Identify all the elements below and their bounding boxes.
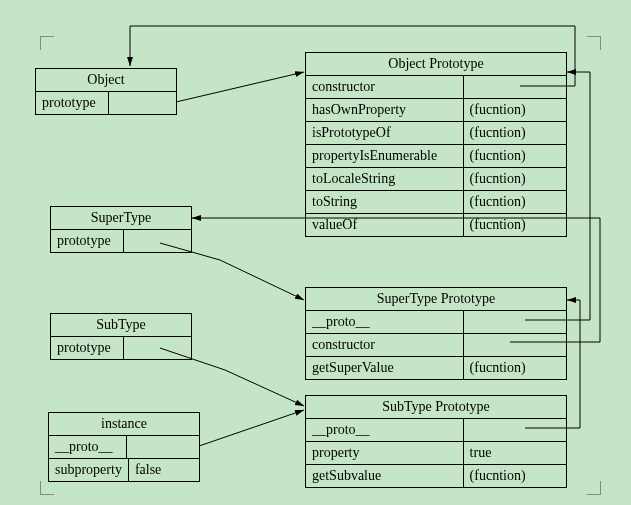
crop-mark	[40, 481, 54, 495]
subtype-title: SubType	[51, 314, 191, 337]
supertype-prototype-value	[124, 230, 191, 252]
instance-row-label: __proto__	[49, 436, 127, 458]
op-row-value: (fucntion)	[464, 168, 566, 190]
stp-row-label: property	[306, 442, 464, 464]
instance-row-value: false	[129, 459, 201, 481]
op-row-value: (fucntion)	[464, 122, 566, 144]
sp-row-label: getSuperValue	[306, 357, 464, 379]
stp-row-label: getSubvalue	[306, 465, 464, 487]
op-row-value: (fucntion)	[464, 99, 566, 121]
op-row-label: isPrototypeOf	[306, 122, 464, 144]
object-title: Object	[36, 69, 176, 92]
instance-title: instance	[49, 413, 199, 436]
object-prototype-value	[109, 92, 176, 114]
subtype-prototype-box: SubType Prototype __proto__ propertytrue…	[305, 395, 567, 488]
op-row-value: (fucntion)	[464, 214, 566, 236]
sp-row-label: constructor	[306, 334, 464, 356]
subtype-prototype-label: prototype	[51, 337, 124, 359]
op-row-label: constructor	[306, 76, 464, 98]
object-prototype-title: Object Prototype	[306, 53, 566, 76]
supertype-prototype-label: prototype	[51, 230, 124, 252]
op-row-label: valueOf	[306, 214, 464, 236]
stp-row-value: true	[464, 442, 566, 464]
op-row-label: propertyIsEnumerable	[306, 145, 464, 167]
op-row-value: (fucntion)	[464, 145, 566, 167]
sp-row-value	[464, 334, 566, 356]
subtype-box: SubType prototype	[50, 313, 192, 360]
crop-mark	[587, 481, 601, 495]
crop-mark	[40, 36, 54, 50]
svg-line-0	[176, 72, 304, 102]
object-prototype-label: prototype	[36, 92, 109, 114]
stp-row-label: __proto__	[306, 419, 464, 441]
supertype-title: SuperType	[51, 207, 191, 230]
subtype-prototype-title: SubType Prototype	[306, 396, 566, 419]
sp-row-value: (fucntion)	[464, 357, 566, 379]
sp-row-value	[464, 311, 566, 333]
instance-box: instance __proto__ subpropertyfalse	[48, 412, 200, 482]
stp-row-value	[464, 419, 566, 441]
instance-row-label: subproperty	[49, 459, 129, 481]
stp-row-value: (fucntion)	[464, 465, 566, 487]
op-row-label: hasOwnProperty	[306, 99, 464, 121]
instance-row-value	[127, 436, 199, 458]
op-row-value: (fucntion)	[464, 191, 566, 213]
object-box: Object prototype	[35, 68, 177, 115]
supertype-prototype-title: SuperType Prototype	[306, 288, 566, 311]
op-row-label: toLocaleString	[306, 168, 464, 190]
supertype-box: SuperType prototype	[50, 206, 192, 253]
svg-line-1	[199, 410, 304, 446]
crop-mark	[587, 36, 601, 50]
subtype-prototype-value	[124, 337, 191, 359]
op-row-value	[464, 76, 566, 98]
supertype-prototype-box: SuperType Prototype __proto__ constructo…	[305, 287, 567, 380]
sp-row-label: __proto__	[306, 311, 464, 333]
object-prototype-box: Object Prototype constructor hasOwnPrope…	[305, 52, 567, 237]
op-row-label: toString	[306, 191, 464, 213]
